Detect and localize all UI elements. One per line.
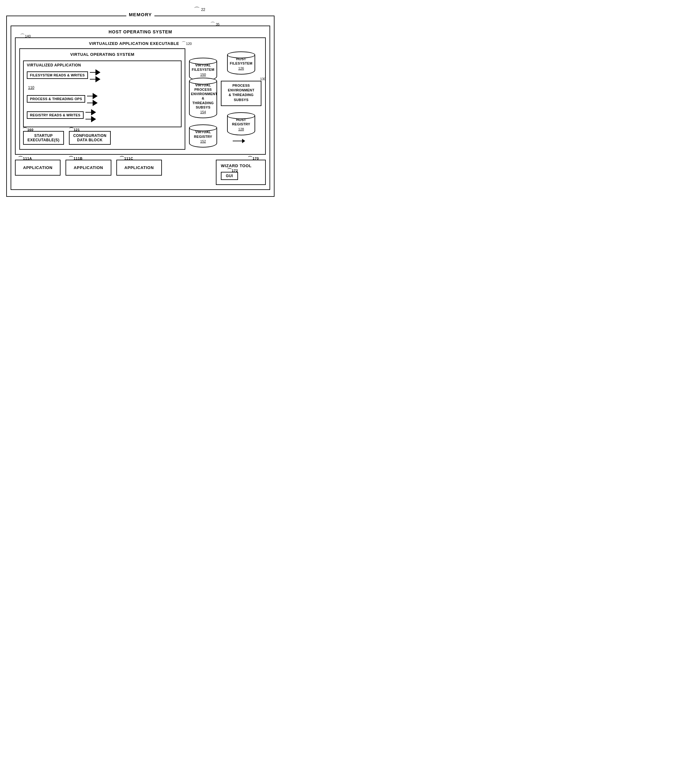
- config-ref-bracket: ⌒ 121: [69, 128, 80, 131]
- host-os-ref: ⌒ 35: [210, 22, 220, 27]
- vfs-ref: 150: [191, 73, 215, 77]
- vpc-ref: 154: [191, 110, 215, 114]
- fs-arrowhead-2: [95, 76, 100, 82]
- app2-ref-bracket: ⌒ 111B: [69, 156, 83, 160]
- virtualized-app-block: VIRTUALIZED APPLICATION FILESYSTEM READS…: [23, 61, 181, 127]
- vr-arrowhead: [242, 139, 245, 143]
- proc-env-box: PROCESSENVIRONMENT& THREADINGSUBSYS: [221, 81, 261, 106]
- host-os-label: HOST OPERATING SYSTEM: [15, 29, 266, 34]
- virtual-process-cylinder: VIRTUALPROCESSENVIRONMENT& THREADINGSUBS…: [189, 78, 217, 119]
- app-row: ⌒ 111A APPLICATION ⌒ 111B APPLICATION ⌒: [15, 160, 266, 185]
- wizard-box: ⌒ 170 WIZARD TOOL ⌒ 172 GUI: [216, 160, 266, 185]
- process-row: PROCESS & THREADING OPS: [27, 93, 178, 106]
- vae-ref-bracket: ⌒ 140: [20, 34, 31, 38]
- fs-line-2: [90, 79, 95, 80]
- wizard-label: WIZARD TOOL: [221, 163, 261, 168]
- virtual-filesystem-cylinder: VIRTUALFILESYSTEM 150: [189, 58, 217, 81]
- fs-arrows: [90, 69, 100, 82]
- reg-line-1: [86, 112, 91, 113]
- virtual-cylinders: VIRTUALFILESYSTEM 150: [189, 48, 217, 143]
- vpc-cyl-body: VIRTUALPROCESSENVIRONMENT& THREADINGSUBS…: [189, 81, 217, 119]
- app3-ref-bracket: ⌒ 111C: [119, 156, 133, 160]
- fs-line-1: [90, 72, 95, 73]
- reg-arrowhead-2: [91, 116, 96, 122]
- host-filesystem-cylinder: HOSTFILESYSTEM 126: [227, 52, 255, 75]
- app1-ref-bracket: ⌒ 111A: [18, 156, 32, 160]
- host-os-box: ⌒ 35 HOST OPERATING SYSTEM ⌒ 140 VIRTUAL…: [11, 26, 270, 190]
- process-sub-box: PROCESS & THREADING OPS: [27, 95, 85, 103]
- app1-label: APPLICATION: [23, 165, 52, 170]
- app-ref-110: 110: [28, 86, 178, 90]
- virtual-registry-cylinder: VIRTUALREGISTRY 152: [189, 125, 217, 147]
- reg-arrow-1: [86, 109, 96, 116]
- memory-ref-number: 22: [201, 8, 205, 12]
- gui-box: ⌒ 172 GUI: [221, 172, 238, 180]
- host-side-items: HOSTFILESYSTEM 126 130 PROCESSENVIRONMEN…: [221, 48, 261, 135]
- registry-sub-box: REGISTRY READS & WRITES: [27, 111, 84, 119]
- config-box: ⌒ 121 CONFIGURATIONDATA BLOCK: [69, 131, 111, 145]
- wizard-ref-bracket: ⌒ 170: [248, 156, 259, 160]
- memory-label: MEMORY: [127, 12, 155, 17]
- memory-ref-22: ⌒ 22: [194, 8, 205, 12]
- reg-line-2: [86, 119, 91, 119]
- hfs-cyl-top: [227, 52, 255, 58]
- reg-arrows: [86, 109, 96, 122]
- vos-box: VIRTUAL OPERATING SYSTEM VIRTUALIZED APP…: [19, 48, 185, 150]
- vr-arrow: [242, 139, 245, 143]
- proc-arrows: [87, 93, 98, 106]
- startup-ref-bracket: ⌒ 160: [22, 128, 33, 131]
- app-box-3: ⌒ 111C APPLICATION: [116, 160, 162, 176]
- proc-env-wrapper: 130 PROCESSENVIRONMENT& THREADINGSUBSYS: [221, 81, 261, 106]
- app3-label: APPLICATION: [125, 165, 154, 170]
- startup-label: STARTUPEXECUTABLE(S): [27, 133, 59, 142]
- vpc-label: VIRTUALPROCESSENVIRONMENT& THREADINGSUBS…: [191, 83, 215, 110]
- vae-bottom-row: ⌒ 160 STARTUPEXECUTABLE(S) ⌒ 121: [23, 131, 181, 145]
- fs-arrow-2: [90, 76, 100, 82]
- fs-arrowhead-1: [95, 69, 100, 75]
- config-label: CONFIGURATIONDATA BLOCK: [73, 133, 107, 142]
- gui-label: GUI: [226, 174, 233, 178]
- vae-label: VIRTUALIZED APPLICATION EXECUTABLE: [89, 41, 179, 46]
- reg-arrow-2: [86, 116, 96, 122]
- diagram-root: ⌒ 22 MEMORY ⌒ 35 HOST OPERATING SYSTEM ⌒…: [6, 6, 275, 299]
- app2-label: APPLICATION: [73, 165, 103, 170]
- app-box-1: ⌒ 111A APPLICATION: [15, 160, 61, 176]
- vr-ref: 152: [191, 139, 215, 143]
- proc-env-ref-num: 130: [260, 77, 266, 81]
- app-box-2: ⌒ 111B APPLICATION: [66, 160, 111, 176]
- hfs-ref: 126: [229, 66, 253, 70]
- hr-ref: 128: [229, 127, 253, 131]
- vae-box: ⌒ 140 VIRTUALIZED APPLICATION EXECUTABLE…: [15, 38, 266, 155]
- hr-cyl-top: [227, 112, 255, 119]
- vos-label: VIRTUAL OPERATING SYSTEM: [23, 52, 181, 57]
- filesystem-row: FILESYSTEM READS & WRITES: [27, 69, 178, 82]
- registry-row: REGISTRY READS & WRITES: [27, 109, 178, 122]
- startup-box: ⌒ 160 STARTUPEXECUTABLE(S): [23, 131, 64, 145]
- memory-box: ⌒ 22 MEMORY ⌒ 35 HOST OPERATING SYSTEM ⌒…: [6, 16, 275, 197]
- proc-arrow-1: [87, 93, 98, 99]
- reg-arrowhead-1: [91, 109, 96, 116]
- filesystem-sub-box: FILESYSTEM READS & WRITES: [27, 72, 88, 79]
- vpc-cyl-top: [189, 78, 217, 84]
- proc-arrow-2: [87, 100, 98, 106]
- vr-to-host-arrow: [233, 139, 245, 143]
- vfs-cyl-top: [189, 58, 217, 64]
- proc-line-2: [87, 103, 93, 103]
- vr-hline: [233, 141, 242, 141]
- proc-line-1: [87, 96, 93, 96]
- vae-ref: ⌒ 120: [181, 42, 192, 45]
- host-registry-cylinder: HOSTREGISTRY 128: [227, 112, 255, 135]
- fs-arrow-1: [90, 69, 100, 75]
- gui-ref-bracket: ⌒ 172: [227, 169, 238, 172]
- proc-arrowhead-2: [93, 100, 98, 106]
- proc-arrowhead-1: [93, 93, 98, 99]
- virt-app-title: VIRTUALIZED APPLICATION: [27, 63, 178, 67]
